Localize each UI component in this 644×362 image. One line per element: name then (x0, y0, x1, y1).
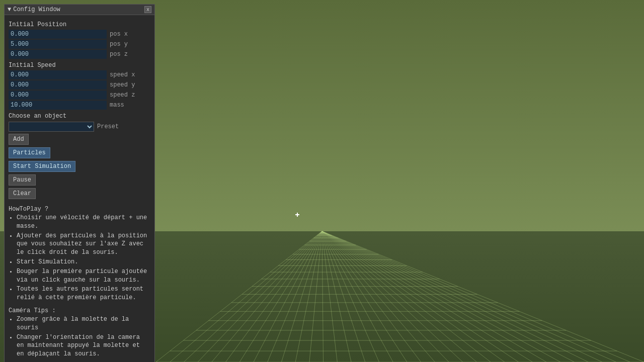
speed-y-label: speed y (110, 81, 135, 88)
pos-x-label: pos x (110, 31, 128, 38)
pos-y-row: pos y (9, 40, 150, 49)
howtoplay-item-4: Bouger la première particule ajoutée via… (17, 267, 150, 285)
start-simulation-button-row: Start Simulation (9, 161, 150, 173)
title-bar: ▼ Config Window x (5, 5, 154, 15)
howtoplay-item-2: Ajouter des particules à la position que… (17, 232, 150, 257)
add-button[interactable]: Add (9, 134, 29, 145)
speed-y-row: speed y (9, 80, 150, 89)
choose-object-label: Choose an object (9, 113, 150, 120)
start-simulation-button[interactable]: Start Simulation (9, 161, 75, 172)
particles-button-row: Particles (9, 147, 150, 160)
howtoplay-title: HowToPlay ? (9, 205, 150, 214)
initial-speed-label: Initial Speed (9, 62, 150, 69)
speed-z-input[interactable] (9, 90, 107, 100)
speed-z-row: speed z (9, 90, 150, 100)
initial-position-label: Initial Position (9, 21, 150, 28)
pos-y-label: pos y (110, 41, 128, 48)
mass-input[interactable] (9, 101, 107, 110)
pause-button[interactable]: Pause (9, 174, 36, 186)
pos-z-label: pos z (110, 51, 128, 58)
howtoplay-item-5: Toutes les autres particules seront reli… (17, 285, 150, 302)
choose-object-row: Preset (9, 122, 150, 132)
speed-z-label: speed z (110, 92, 135, 99)
pos-x-row: pos x (9, 30, 150, 39)
pos-y-input[interactable] (9, 40, 107, 49)
howtoplay-item-3: Start Simulation. (17, 258, 150, 266)
howtoplay-item-1: Choisir une vélocité de départ + une mas… (17, 214, 150, 231)
object-select[interactable] (9, 122, 94, 132)
pause-button-row: Pause (9, 174, 150, 187)
mass-label: mass (110, 102, 124, 109)
window-title: Config Window (13, 6, 60, 13)
pos-z-input[interactable] (9, 50, 107, 59)
camera-tips-title: Caméra Tips : (9, 306, 150, 315)
speed-y-input[interactable] (9, 80, 107, 89)
howtoplay-list: Choisir une vélocité de départ + une mas… (9, 214, 150, 302)
howtoplay-section: HowToPlay ? Choisir une vélocité de dépa… (9, 205, 150, 302)
camera-tips-list: Zoomer grâce à la molette de la souris C… (9, 315, 150, 358)
clear-button[interactable]: Clear (9, 188, 36, 199)
pos-x-input[interactable] (9, 30, 107, 39)
config-panel: ▼ Config Window x Initial Position pos x… (4, 4, 155, 362)
clear-button-row: Clear (9, 188, 150, 201)
speed-x-label: speed x (110, 71, 135, 78)
particles-button[interactable]: Particles (9, 147, 50, 158)
speed-x-input[interactable] (9, 70, 107, 79)
camera-tip-1: Zoomer grâce à la molette de la souris (17, 315, 150, 332)
collapse-icon: ▼ (8, 6, 11, 13)
add-button-row: Add (9, 134, 150, 146)
camera-tips-section: Caméra Tips : Zoomer grâce à la molette … (9, 306, 150, 358)
camera-tip-2: Changer l'orientation de la camera en ma… (17, 333, 150, 358)
close-button[interactable]: x (144, 6, 151, 13)
pos-z-row: pos z (9, 50, 150, 59)
mass-row: mass (9, 101, 150, 110)
close-icon: x (146, 7, 149, 13)
preset-label: Preset (97, 123, 119, 130)
speed-x-row: speed x (9, 70, 150, 79)
